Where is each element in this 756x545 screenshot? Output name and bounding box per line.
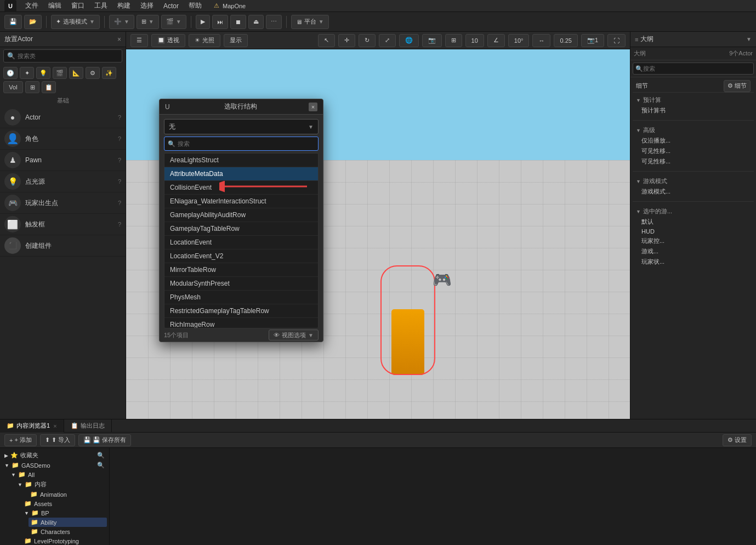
angle-snap[interactable]: ∠	[487, 34, 505, 47]
menu-tools[interactable]: 工具	[90, 0, 112, 12]
detail-btn[interactable]: 细节	[636, 82, 648, 90]
outliner-search[interactable]: 🔍	[633, 63, 754, 75]
row-struct-dialog[interactable]: U 选取行结构 × 无 ▼ 🔍 AreaLightsStruct Attribu…	[159, 99, 323, 342]
view-options-btn[interactable]: 👁 视图选项 ▼	[269, 330, 319, 340]
tree-characters-bp[interactable]: 📁 Characters	[29, 527, 107, 536]
advanced-item2[interactable]: 可见性移...	[633, 146, 754, 156]
outliner-expand[interactable]: ≡	[635, 36, 638, 43]
tab-physics[interactable]: ⚙	[86, 67, 100, 79]
angle-value[interactable]: 10°	[508, 34, 530, 47]
tab-output-log[interactable]: 📋 输出日志	[64, 419, 112, 433]
list-item-9[interactable]: ModularSynthPreset	[164, 277, 318, 291]
list-item-7[interactable]: LocationEvent_V2	[164, 249, 318, 263]
list-item-12[interactable]: RichImageRow	[164, 318, 318, 328]
max-btn[interactable]: ⛶	[607, 34, 626, 47]
selected-item2[interactable]: HUD	[633, 227, 754, 236]
tree-all[interactable]: ▼ 📁 All	[9, 470, 107, 479]
actor-help-pawn[interactable]: ?	[118, 157, 121, 163]
tab-all[interactable]: 📋	[42, 81, 56, 93]
lighting-btn[interactable]: ☀ 光照	[189, 34, 220, 47]
actor-item-create[interactable]: ⬛ 创建组件	[0, 235, 126, 257]
advanced-item1[interactable]: 仅沿播放...	[633, 135, 754, 146]
menu-build[interactable]: 构建	[113, 0, 135, 12]
move-tool[interactable]: ✛	[338, 34, 355, 47]
advanced-item3[interactable]: 可见性移...	[633, 156, 754, 167]
selected-item4[interactable]: 游戏...	[633, 246, 754, 257]
more-play-btn[interactable]: ⋯	[266, 15, 282, 29]
tab-shapes[interactable]: ✦	[20, 67, 34, 79]
save-all-btn[interactable]: 💾 💾 保存所有	[78, 434, 131, 446]
outliner-search-input[interactable]	[643, 65, 751, 72]
grid-snap[interactable]: ⊞	[445, 34, 462, 47]
tree-animation[interactable]: ▶ 📁 Animation	[22, 490, 107, 499]
tree-assets[interactable]: 📁 Assets	[22, 499, 107, 508]
actor-help-actor[interactable]: ?	[118, 114, 121, 121]
settings-btn[interactable]: ⚙ 设置	[723, 434, 752, 446]
tab-grid[interactable]: ⊞	[25, 81, 39, 93]
import-btn[interactable]: ⬆ ⬆ 导入	[40, 434, 75, 446]
list-item-4[interactable]: GameplayAbilityAuditRow	[164, 208, 318, 222]
place-actors-close[interactable]: ×	[117, 36, 121, 43]
actor-help-player[interactable]: ?	[118, 200, 121, 206]
tab-vol[interactable]: Vol	[3, 81, 23, 93]
list-item-2[interactable]: CollisionEvent	[164, 181, 318, 195]
open-btn[interactable]: 📂	[24, 15, 42, 29]
menu-actor[interactable]: Actor	[159, 1, 183, 11]
eject-btn[interactable]: ⏏	[248, 15, 264, 29]
scale-snap[interactable]: ↔	[532, 34, 550, 47]
actor-search-bar[interactable]: 🔍	[3, 49, 122, 63]
tab-light[interactable]: 💡	[36, 67, 50, 79]
menu-help[interactable]: 帮助	[184, 0, 206, 12]
list-item-6[interactable]: LocationEvent	[164, 236, 318, 249]
close-content-tab[interactable]: ×	[53, 423, 56, 429]
actor-help-trigger[interactable]: ?	[118, 221, 121, 228]
actor-help-light[interactable]: ?	[118, 178, 121, 185]
save-btn[interactable]: 💾	[4, 15, 22, 29]
scale-tool[interactable]: ⤢	[379, 34, 396, 47]
perspective-btn[interactable]: 🔲 透视	[151, 34, 185, 47]
advanced-header[interactable]: ▼ 高级	[633, 125, 754, 135]
selected-header[interactable]: ▼ 选中的游...	[633, 206, 754, 217]
list-item-3[interactable]: ENiagara_WaterInteractionStruct	[164, 195, 318, 208]
favorites-search[interactable]: 🔍	[97, 452, 105, 459]
menu-file[interactable]: 文件	[21, 0, 43, 12]
snap-btn[interactable]: ⊞ ▼	[137, 15, 159, 29]
selected-item5[interactable]: 玩家状...	[633, 257, 754, 267]
tab-geo[interactable]: 📐	[69, 67, 83, 79]
menu-edit[interactable]: 编辑	[44, 0, 66, 12]
gamemode-header[interactable]: ▼ 游戏模式	[633, 176, 754, 186]
actor-item-player[interactable]: 🎮 玩家出生点 ?	[0, 192, 126, 214]
cinema-btn[interactable]: 🎬 ▼	[161, 15, 186, 29]
tab-content-browser[interactable]: 📁 内容浏览器1 ×	[0, 419, 64, 433]
actor-item-light[interactable]: 💡 点光源 ?	[0, 171, 126, 192]
tab-vfx[interactable]: ✨	[102, 67, 116, 79]
selected-item1[interactable]: 默认	[633, 217, 754, 227]
detail-settings-btn[interactable]: ⚙ 细节	[724, 80, 751, 92]
list-item-10[interactable]: PhysMesh	[164, 291, 318, 304]
actor-item-char[interactable]: 👤 角色 ?	[0, 128, 126, 150]
actor-item-trigger[interactable]: ⬜ 触发框 ?	[0, 214, 126, 235]
grid-value[interactable]: 10	[465, 34, 484, 47]
actor-search-input[interactable]	[18, 53, 118, 59]
hamburger-btn[interactable]: ☰	[130, 34, 148, 47]
tree-bp[interactable]: ▼ 📁 BP	[22, 508, 107, 518]
tree-content[interactable]: ▼ 📁 内容	[15, 479, 107, 490]
stop-btn[interactable]: ⏹	[230, 15, 246, 29]
compute-item1[interactable]: 预计算书	[633, 105, 754, 116]
rotate-tool[interactable]: ↻	[359, 34, 376, 47]
add-btn[interactable]: + + 添加	[4, 434, 37, 446]
skip-btn[interactable]: ⏭	[212, 15, 228, 29]
show-btn[interactable]: 显示	[224, 34, 248, 47]
list-item-5[interactable]: GameplayTagTableRow	[164, 222, 318, 236]
list-item-11[interactable]: RestrictedGameplayTagTableRow	[164, 304, 318, 318]
camera-speed[interactable]: 📷	[422, 34, 442, 47]
world-space[interactable]: 🌐	[399, 34, 419, 47]
actor-item-pawn[interactable]: ♟ Pawn ?	[0, 150, 126, 171]
tree-ability[interactable]: 📁 Ability	[29, 518, 107, 527]
add-actor-btn[interactable]: ➕ ▼	[109, 15, 134, 29]
select-tool[interactable]: ↖	[318, 34, 335, 47]
scale-value[interactable]: 0.25	[554, 34, 577, 47]
tree-gasdemo[interactable]: ▼ 📁 GASDemo 🔍	[2, 461, 107, 470]
menu-select[interactable]: 选择	[136, 0, 158, 12]
platform-btn[interactable]: 🖥 平台 ▼	[291, 15, 329, 29]
